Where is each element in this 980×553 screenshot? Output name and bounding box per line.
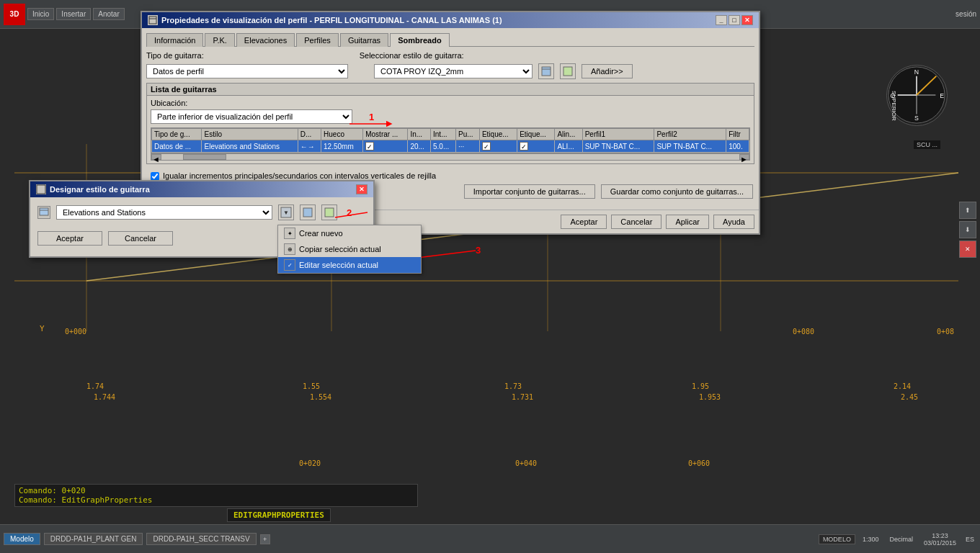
estilo-guitarra-select[interactable]: COTA PROY IZQ_2mm xyxy=(374,64,533,78)
ubicacion-select[interactable]: Parte inferior de visualización del perf… xyxy=(151,109,352,124)
accept-btn[interactable]: Aceptar xyxy=(561,215,607,229)
svg-text:1.95: 1.95 xyxy=(692,382,709,390)
sub-icon-btn-2[interactable] xyxy=(321,204,337,220)
crear-icon: ✦ xyxy=(284,228,295,239)
maximize-btn[interactable]: □ xyxy=(729,15,740,25)
tab-drdd-plant[interactable]: DRDD-PA1H_PLANT GEN xyxy=(44,533,143,545)
tab-modelo[interactable]: Modelo xyxy=(4,533,40,545)
dropdown-item-editar[interactable]: ✓ Editar selección actual xyxy=(278,257,421,273)
tab-informacion[interactable]: Información xyxy=(146,33,203,47)
toolbar-anotar[interactable]: Anotar xyxy=(93,8,124,20)
panel-btn-3[interactable]: ✕ xyxy=(959,240,976,258)
import-btn[interactable]: Importar conjunto de guitarras... xyxy=(464,184,595,199)
sub-dialog-title-buttons: ✕ xyxy=(356,184,368,194)
editar-label: Editar selección actual xyxy=(299,261,378,269)
tab-guitarras[interactable]: Guitarras xyxy=(340,33,388,47)
col-pu: Pu... xyxy=(455,129,479,140)
cell-d: ←→ xyxy=(298,140,321,153)
svg-text:1.554: 1.554 xyxy=(310,393,331,401)
compass: N S O E SUPERIOR xyxy=(886,65,948,126)
svg-rect-31 xyxy=(542,67,551,76)
cell-perfil1: SUP TN-BAT C... xyxy=(582,140,654,153)
add-tab-btn[interactable]: + xyxy=(260,534,270,544)
toolbar-insertar[interactable]: Insertar xyxy=(56,8,91,20)
tab-elevaciones[interactable]: Elevaciones xyxy=(236,33,295,47)
help-btn[interactable]: Ayuda xyxy=(713,215,754,229)
tab-pk[interactable]: P.K. xyxy=(205,33,234,47)
panel-btn-2[interactable]: ⬇ xyxy=(959,221,976,238)
scale-label: 1:300 xyxy=(859,536,883,543)
svg-rect-33 xyxy=(564,67,572,76)
col-in1: In... xyxy=(408,129,431,140)
sub-close-btn[interactable]: ✕ xyxy=(356,184,368,194)
check-mostrar xyxy=(365,142,374,150)
panel-btn-1[interactable]: ⬆ xyxy=(959,202,976,219)
tab-sombreado[interactable]: Sombreado xyxy=(390,33,450,47)
checkbox-label: Igualar incrementos principales/secundar… xyxy=(163,171,436,180)
col-mostrar: Mostrar ... xyxy=(363,129,408,140)
dialog-icon xyxy=(148,15,158,25)
cell-tipo: Datos de ... xyxy=(152,140,202,153)
col-filtr: Filtr xyxy=(726,129,749,140)
save-btn[interactable]: Guardar como conjunto de guitarras... xyxy=(601,184,753,199)
cad-station-4: 0+080 xyxy=(793,328,814,336)
check-etique2 xyxy=(520,142,528,150)
compass-label: SUPERIOR xyxy=(891,91,897,121)
sub-cancel-btn[interactable]: Cancelar xyxy=(108,231,173,246)
estilo-icon-btn-1[interactable] xyxy=(538,63,554,79)
tipo-guitarra-select[interactable]: Datos de perfil xyxy=(146,64,348,78)
cell-hueco: 12.50mm xyxy=(321,140,363,153)
col-estilo: Estilo xyxy=(202,129,298,140)
svg-rect-40 xyxy=(325,208,334,217)
sub-estilo-select[interactable]: Elevations and Stations xyxy=(56,205,272,220)
dialog-title-buttons: _ □ ✕ xyxy=(716,15,753,25)
ubicacion-label: Ubicación: xyxy=(151,99,750,107)
tipo-guitarra-controls: Datos de perfil COTA PROY IZQ_2mm Añadir… xyxy=(146,63,754,79)
scroll-left[interactable]: ◄ xyxy=(151,154,161,160)
sub-dialog-icon-small xyxy=(37,206,50,219)
seleccionar-estilo-label: Seleccionar estilo de guitarra: xyxy=(360,51,464,60)
estilo-icon-btn-2[interactable] xyxy=(560,63,576,79)
cad-station-0: 0+000 xyxy=(65,328,86,336)
table-row[interactable]: Datos de ... Elevations and Stations ←→ … xyxy=(152,140,749,153)
svg-rect-29 xyxy=(149,17,156,24)
table-hscrollbar[interactable]: ◄ ► xyxy=(151,153,750,161)
sub-icon-btn-group[interactable]: ▼ xyxy=(278,204,294,220)
sub-dialog-select-row: Elevations and Stations ▼ 2 xyxy=(37,204,366,220)
dropdown-item-crear[interactable]: ✦ Crear nuevo xyxy=(278,225,421,241)
svg-text:Y: Y xyxy=(40,324,45,333)
scroll-thumb[interactable] xyxy=(183,154,226,160)
sub-icon-btn-1[interactable] xyxy=(300,204,316,220)
col-etique1: Etique... xyxy=(479,129,517,140)
sub-dialog-title: Designar estilo de guitarra xyxy=(50,185,150,194)
modelo-indicator: MODELO xyxy=(819,534,855,544)
sub-dialog-icon xyxy=(36,184,46,194)
minimize-btn[interactable]: _ xyxy=(716,15,727,25)
session-label: sesión xyxy=(956,10,976,18)
svg-text:1.744: 1.744 xyxy=(94,393,115,401)
command-line-1: Comando: 0+020 xyxy=(19,486,414,495)
sub-accept-btn[interactable]: Aceptar xyxy=(37,231,102,246)
cell-pu: ··· xyxy=(455,140,479,153)
app-logo[interactable]: 3D xyxy=(4,4,25,25)
annotation-3: 3 xyxy=(476,245,481,256)
svg-text:1.74: 1.74 xyxy=(86,382,104,390)
cancel-btn[interactable]: Cancelar xyxy=(611,215,662,229)
svg-text:1.55: 1.55 xyxy=(303,382,320,390)
add-button[interactable]: Añadir>> xyxy=(582,64,633,78)
svg-text:2.14: 2.14 xyxy=(894,382,911,390)
dropdown-item-copiar[interactable]: ⊕ Copiar selección actual xyxy=(278,241,421,257)
apply-btn[interactable]: Aplicar xyxy=(666,215,709,229)
copiar-label: Copiar selección actual xyxy=(299,245,381,253)
svg-text:S: S xyxy=(914,114,919,122)
svg-text:1.953: 1.953 xyxy=(699,393,721,401)
svg-text:▼: ▼ xyxy=(283,210,289,216)
scroll-right[interactable]: ► xyxy=(739,154,749,160)
ubicacion-row: Parte inferior de visualización del perf… xyxy=(151,109,750,124)
svg-text:2.45: 2.45 xyxy=(901,393,918,401)
annotation-1: 1 xyxy=(369,112,374,122)
toolbar-inicio[interactable]: Inicio xyxy=(27,8,54,20)
close-btn[interactable]: ✕ xyxy=(741,15,753,25)
tab-perfiles[interactable]: Perfiles xyxy=(296,33,339,47)
tab-drdd-secc[interactable]: DRDD-PA1H_SECC TRANSV xyxy=(146,533,256,545)
